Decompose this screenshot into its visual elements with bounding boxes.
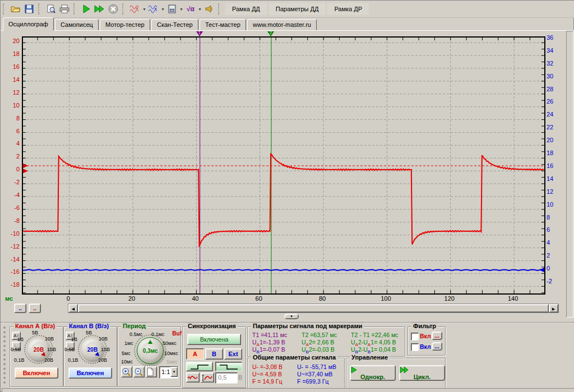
right-axis-label: 36: [547, 34, 563, 41]
channel-b-range-value: 20В: [87, 347, 98, 353]
calculator-icon[interactable]: [166, 3, 178, 15]
scroll-left-icon[interactable]: ◀: [68, 304, 78, 312]
tab-скан-тестер[interactable]: Скан-Тестер: [151, 19, 198, 31]
horizontal-scrollbar[interactable]: ◀ ▶: [68, 304, 559, 313]
left-axis-label: 10: [1, 102, 20, 109]
oscilloscope-area: 20181614121086420-2-4-6-8-10-12-14-16-18…: [1, 30, 574, 321]
run-icon[interactable]: [80, 3, 92, 15]
channel-b-power-button[interactable]: Включен: [68, 367, 112, 379]
right-splitter[interactable]: [566, 31, 573, 318]
channel-b-scale-15В: 15В: [101, 347, 110, 352]
right-axis-label: 10: [547, 201, 563, 208]
common-param-value: F = 14,9 Гц: [252, 378, 282, 385]
zoom-in-icon[interactable]: [121, 366, 132, 377]
zoom-ratio-select[interactable]: 1:1 ▼: [159, 366, 178, 379]
filter-more-button-1[interactable]: ...: [432, 342, 442, 351]
tab-осциллограф[interactable]: Осциллограф: [3, 17, 54, 31]
sync-source-Ext-button[interactable]: Ext: [224, 348, 242, 360]
common-param-value: U~=37,40 мВ: [297, 371, 332, 377]
tab-www.motor-master.ru[interactable]: www.motor-master.ru: [247, 19, 317, 31]
tab-мотор-тестер[interactable]: Мотор-тестер: [100, 19, 150, 31]
scrollbar-thumb[interactable]: [78, 304, 549, 312]
left-axis-label: -12: [1, 243, 20, 250]
filter-checkbox-0[interactable]: [411, 333, 419, 340]
single-run-button[interactable]: Однокр.: [350, 365, 396, 381]
print-icon[interactable]: [58, 3, 71, 15]
filter-label-0: Вкл: [420, 333, 431, 339]
common-param-value: U- = -55,71 мВ: [297, 363, 336, 370]
svg-text:+: +: [154, 6, 157, 12]
sync-on-button[interactable]: Включена: [187, 334, 241, 345]
toolbar-button-1[interactable]: Параметры ДД: [269, 3, 326, 15]
zoom-out-icon[interactable]: [133, 366, 145, 377]
formula-dropdown-icon[interactable]: ▾: [197, 7, 202, 12]
sync-level-value: 0,5: [218, 374, 226, 381]
signal-blue-dropdown-icon[interactable]: ▾: [160, 7, 165, 12]
channel-a-range-value: 20В: [34, 347, 44, 353]
tab-самописец[interactable]: Самописец: [55, 19, 99, 31]
time-marker-2-handle[interactable]: 2: [267, 31, 274, 36]
left-axis-label: 18: [1, 50, 20, 57]
sync-falling-edge-button[interactable]: [215, 362, 242, 371]
channel-b-scale-10В: 10В: [99, 336, 108, 342]
toolbar-button-2[interactable]: Рамка ДР: [327, 3, 369, 15]
sound-icon[interactable]: [203, 3, 215, 15]
x-axis-label: 140: [503, 295, 522, 302]
channel-a-scale-5В: 5В: [32, 330, 38, 335]
toolbar-separator: [38, 3, 42, 15]
period-value: 0,3мс: [143, 348, 158, 354]
marker-param-value: T1 =41,11 мс: [252, 332, 287, 338]
sync-window-mode-icon[interactable]: [201, 372, 214, 382]
marker-param-value: T2 =63,57 мс: [302, 332, 337, 338]
zoom-ratio-dropdown-icon[interactable]: ▼: [170, 367, 178, 377]
sync-level-mode-icon[interactable]: [186, 372, 200, 382]
signal-red-dropdown-icon[interactable]: ▾: [142, 7, 147, 12]
panel-grip[interactable]: [3, 326, 9, 384]
channel-b-zero-arrow: [539, 268, 544, 272]
left-axis-label: -14: [1, 256, 20, 263]
time-marker-1-handle[interactable]: 1: [196, 31, 203, 36]
channel-b-title: Канал В (В/э): [67, 323, 110, 329]
filter-checkbox-1[interactable]: [411, 343, 419, 351]
channel-a-dots-button[interactable]: ..: [29, 304, 41, 313]
channel-b-scale-5В: 5В: [86, 330, 92, 335]
common-param-value: U- =-3,08 В: [252, 363, 283, 370]
sync-level-input[interactable]: 0,5: [215, 372, 238, 384]
toolbar-separator: [73, 3, 77, 15]
calculator-dropdown-icon[interactable]: ▾: [179, 7, 184, 12]
sync-source-В-button[interactable]: В: [205, 348, 223, 360]
stop-icon[interactable]: [107, 3, 119, 15]
signal-red-icon[interactable]: *: [129, 3, 141, 15]
tab-тест-мастер[interactable]: Тест-мастер: [200, 19, 246, 31]
right-axis-label: 0: [547, 265, 563, 272]
channel-a-scale-10В: 10В: [45, 336, 54, 342]
right-axis-label: 6: [547, 226, 563, 233]
open-file-icon[interactable]: [10, 3, 22, 15]
formula-icon[interactable]: √α: [184, 3, 197, 15]
filter-more-button-0[interactable]: ...: [432, 332, 442, 340]
channel-b-dots-button[interactable]: ..: [14, 304, 26, 313]
channel-b-waveform: [23, 269, 544, 270]
channel-a-scale-20В: 20В: [44, 357, 53, 363]
signal-blue-icon[interactable]: +: [147, 3, 160, 15]
period-knob[interactable]: 0,3мс: [137, 337, 164, 364]
new-page-icon[interactable]: [146, 366, 157, 377]
save-file-icon[interactable]: [23, 3, 35, 15]
sync-rising-edge-button[interactable]: [186, 362, 213, 371]
toolbar-grip[interactable]: [3, 3, 7, 15]
cycle-run-button[interactable]: Цикл.: [399, 365, 445, 381]
right-axis-label: 16: [547, 162, 563, 169]
period-title: Период: [121, 323, 147, 329]
toolbar-button-0[interactable]: Рамка ДД: [225, 3, 267, 15]
scroll-right-icon[interactable]: ▶: [549, 304, 558, 312]
marker-param-value: T2 - T1 =22,46 мс: [351, 332, 398, 338]
print-preview-icon[interactable]: [45, 3, 57, 15]
sync-source-А-button[interactable]: А: [186, 348, 204, 360]
right-axis-label: 22: [547, 124, 563, 130]
channel-a-power-button[interactable]: Включен: [15, 367, 58, 379]
right-axis-label: 4: [547, 239, 563, 246]
run-fast-icon[interactable]: [94, 3, 106, 15]
waveform-svg: [23, 38, 544, 293]
plot-canvas[interactable]: [22, 36, 545, 295]
collapse-panel-icon[interactable]: ▼: [284, 314, 299, 319]
